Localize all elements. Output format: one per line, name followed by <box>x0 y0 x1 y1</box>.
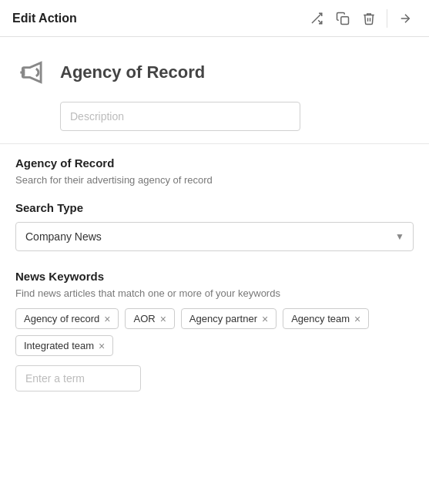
keyword-tag-integrated-team: Integrated team × <box>15 335 113 356</box>
trash-icon <box>362 12 376 25</box>
header-actions <box>305 7 417 30</box>
keyword-tag-label-agency-partner: Agency partner <box>189 313 257 324</box>
keyword-tag-label-agency-team: Agency team <box>291 313 350 324</box>
search-type-wrapper: Company News Press Release Blog Post ▼ <box>15 222 414 251</box>
action-title: Agency of Record <box>60 62 205 82</box>
keyword-tag-agency-team: Agency team × <box>283 308 369 329</box>
section-divider <box>0 143 429 144</box>
agency-section: Agency of Record Search for their advert… <box>15 156 414 186</box>
description-input[interactable] <box>60 102 300 131</box>
keyword-remove-agency-partner[interactable]: × <box>262 314 268 324</box>
keywords-container: Agency of record × AOR × Agency partner … <box>15 308 414 356</box>
delete-button[interactable] <box>357 7 380 30</box>
copy-icon <box>336 12 350 25</box>
news-keywords-desc: Find news articles that match one or mor… <box>15 287 414 299</box>
keyword-tag-label-aor-abbr: AOR <box>133 313 155 324</box>
header-divider <box>387 9 387 28</box>
keyword-input[interactable] <box>15 365 141 391</box>
megaphone-icon <box>15 55 49 89</box>
search-type-select[interactable]: Company News Press Release Blog Post <box>15 222 414 251</box>
header: Edit Action <box>0 0 429 37</box>
keyword-tag-agency-partner: Agency partner × <box>181 308 277 329</box>
agency-label: Agency of Record <box>15 156 414 170</box>
action-header: Agency of Record <box>0 37 429 102</box>
news-keywords-section: News Keywords Find news articles that ma… <box>15 270 414 391</box>
keyword-remove-aor[interactable]: × <box>104 314 110 324</box>
shuffle-icon <box>310 12 323 25</box>
arrow-right-icon <box>398 12 412 25</box>
shuffle-button[interactable] <box>305 7 328 30</box>
keyword-tag-aor-abbr: AOR × <box>125 308 174 329</box>
search-type-section: Search Type Company News Press Release B… <box>15 201 414 251</box>
search-type-label: Search Type <box>15 201 414 214</box>
keyword-tag-label-aor: Agency of record <box>24 313 99 324</box>
navigate-right-button[interactable] <box>394 7 417 30</box>
header-title: Edit Action <box>12 12 77 25</box>
keyword-tag-label-integrated-team: Integrated team <box>24 340 94 351</box>
keyword-remove-aor-abbr[interactable]: × <box>160 314 166 324</box>
keyword-tag-aor: Agency of record × <box>15 308 119 329</box>
news-keywords-label: News Keywords <box>15 270 414 283</box>
svg-rect-2 <box>341 16 349 24</box>
keyword-remove-agency-team[interactable]: × <box>354 314 360 324</box>
copy-button[interactable] <box>331 7 354 30</box>
keyword-remove-integrated-team[interactable]: × <box>99 341 105 351</box>
main-content: Agency of Record Search for their advert… <box>0 156 429 391</box>
agency-desc: Search for their advertising agency of r… <box>15 174 414 186</box>
